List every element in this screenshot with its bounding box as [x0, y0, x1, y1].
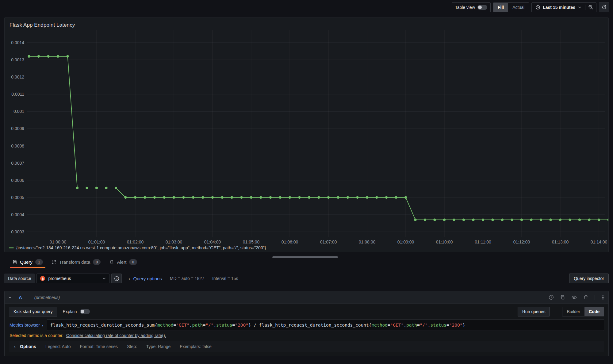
explain-label: Explain [63, 309, 77, 314]
svg-text:0.0003: 0.0003 [11, 229, 24, 234]
svg-text:01:04:00: 01:04:00 [204, 239, 221, 244]
svg-text:0.001: 0.001 [13, 109, 24, 114]
svg-text:?: ? [550, 296, 552, 299]
datasource-label: Data source [4, 274, 35, 283]
counter-warning: Selected metric is a counter. Consider c… [10, 333, 604, 338]
svg-text:01:13:00: 01:13:00 [552, 239, 569, 244]
datasource-row: Data source prometheus ? › Query options… [4, 273, 609, 284]
chart-legend[interactable]: {instance="ec2-184-169-216-224.us-west-1… [9, 245, 266, 250]
svg-text:0.0007: 0.0007 [11, 161, 24, 166]
series-color-marker [9, 247, 14, 248]
svg-text:0.0004: 0.0004 [11, 212, 24, 217]
query-editor: A (prometheus) ? Kick start your query E… [4, 291, 609, 356]
bell-icon [109, 260, 114, 265]
chevron-down-icon [102, 277, 106, 280]
kick-start-query-button[interactable]: Kick start your query [9, 307, 57, 316]
svg-text:0.0005: 0.0005 [11, 195, 24, 200]
svg-text:0.0012: 0.0012 [11, 75, 24, 79]
query-row-header[interactable]: A (prometheus) ? [5, 291, 608, 304]
table-view-label: Table view [455, 5, 475, 10]
interval-text: Interval = 15s [212, 276, 238, 281]
duplicate-query-icon[interactable] [560, 295, 565, 300]
option-step: Step: [127, 344, 137, 349]
query-help-icon[interactable]: ? [549, 295, 554, 300]
drag-handle-icon[interactable] [601, 295, 605, 300]
svg-text:01:09:00: 01:09:00 [397, 239, 414, 244]
time-range-picker[interactable]: Last 15 minutes [532, 3, 585, 12]
actual-option[interactable]: Actual [508, 3, 529, 12]
zoom-out-icon [588, 5, 593, 10]
svg-text:0.0014: 0.0014 [11, 40, 24, 45]
metrics-browser-button[interactable]: Metrics browser › [9, 319, 47, 331]
query-options-link[interactable]: Query options [133, 276, 162, 281]
tab-transform-label: Transform data [59, 259, 90, 265]
hide-query-icon[interactable] [571, 295, 577, 300]
tab-alert[interactable]: Alert 0 [106, 256, 140, 268]
option-type: Type: Range [146, 344, 170, 349]
tab-query-label: Query [20, 259, 33, 265]
chevron-right-icon: › [128, 276, 130, 281]
svg-text:01:03:00: 01:03:00 [166, 239, 182, 244]
code-option[interactable]: Code [584, 307, 604, 316]
help-circle-icon: ? [114, 276, 119, 281]
latency-panel: Flask App Endpoint Latency 0.00140.00130… [4, 17, 609, 252]
clock-icon [535, 5, 540, 10]
zoom-out-button[interactable] [585, 5, 596, 10]
time-picker-group: Last 15 minutes [531, 2, 596, 12]
query-ref-id: A [19, 295, 22, 300]
tab-alert-label: Alert [117, 259, 126, 265]
explain-toggle[interactable] [80, 309, 90, 314]
transform-icon [52, 260, 56, 265]
svg-text:01:02:00: 01:02:00 [127, 239, 144, 244]
fill-option[interactable]: Fill [493, 3, 508, 12]
tab-query[interactable]: Query 1 [9, 256, 46, 268]
svg-text:01:08:00: 01:08:00 [359, 239, 376, 244]
horizontal-scrollbar-thumb[interactable] [272, 256, 338, 258]
chevron-right-icon: › [42, 323, 43, 328]
prometheus-icon [40, 276, 45, 281]
run-queries-button[interactable]: Run queries [518, 307, 550, 316]
svg-text:0.0011: 0.0011 [11, 92, 24, 97]
collapse-chevron-icon[interactable] [8, 296, 12, 299]
datasource-help-button[interactable]: ? [111, 274, 122, 283]
refresh-icon [602, 5, 607, 10]
query-inspector-button[interactable]: Query inspector [569, 274, 609, 283]
table-view-toggle[interactable] [477, 5, 487, 10]
table-view-group: Table view [452, 2, 491, 12]
chevron-down-icon [578, 6, 581, 9]
series-label: {instance="ec2-184-169-216-224.us-west-1… [16, 245, 266, 250]
metrics-browser-label: Metrics browser [10, 323, 40, 328]
svg-text:0.0006: 0.0006 [11, 178, 24, 183]
svg-text:01:12:00: 01:12:00 [513, 239, 530, 244]
datasource-select[interactable]: prometheus [36, 274, 109, 283]
svg-text:01:05:00: 01:05:00 [243, 239, 260, 244]
svg-text:01:11:00: 01:11:00 [475, 239, 491, 244]
option-format: Format: Time series [80, 344, 118, 349]
warning-text: Selected metric is a counter. [10, 333, 63, 338]
options-label: Options [20, 344, 36, 349]
tab-transform-data[interactable]: Transform data 0 [48, 256, 104, 268]
query-options-summary[interactable]: › Options Legend: Auto Format: Time seri… [9, 341, 604, 352]
builder-option[interactable]: Builder [562, 307, 584, 316]
builder-code-toggle: Builder Code [562, 307, 604, 316]
warning-rate-link[interactable]: Consider calculating rate of counter by … [66, 333, 166, 338]
svg-text:0.0008: 0.0008 [11, 144, 24, 148]
grafana-panel-edit-page: Table view Fill Actual Last 15 minutes F… [0, 0, 613, 364]
time-range-label: Last 15 minutes [543, 5, 575, 10]
datasource-value: prometheus [48, 276, 100, 281]
refresh-button[interactable] [599, 2, 609, 12]
svg-text:01:14:00: 01:14:00 [591, 239, 607, 244]
tab-query-badge: 1 [35, 259, 43, 265]
database-icon [12, 260, 17, 265]
tab-transform-badge: 0 [93, 259, 101, 265]
svg-text:0.0013: 0.0013 [11, 57, 24, 62]
promql-expression-input[interactable]: flask_http_request_duration_seconds_sum{… [47, 319, 604, 331]
latency-chart: 0.00140.00130.00120.00110.0010.00090.000… [5, 18, 608, 252]
max-data-points-text: MD = auto = 1827 [170, 276, 204, 281]
svg-text:0.0009: 0.0009 [11, 126, 24, 131]
chevron-right-icon: › [14, 344, 16, 349]
svg-text:?: ? [116, 277, 117, 280]
svg-text:01:01:00: 01:01:00 [88, 239, 105, 244]
delete-query-icon[interactable] [583, 295, 588, 300]
query-row-body: Kick start your query Explain Run querie… [5, 304, 608, 356]
